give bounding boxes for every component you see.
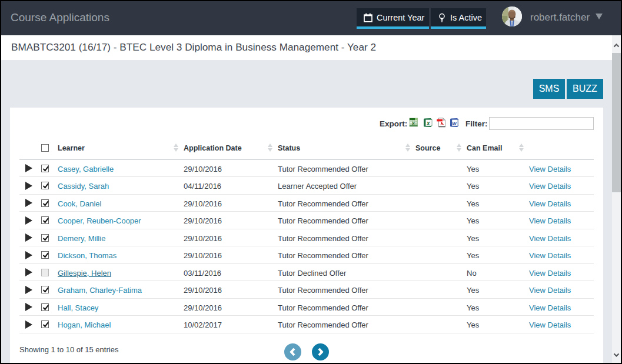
svg-text:w: w	[453, 121, 457, 126]
svg-text:x: x	[426, 120, 430, 126]
